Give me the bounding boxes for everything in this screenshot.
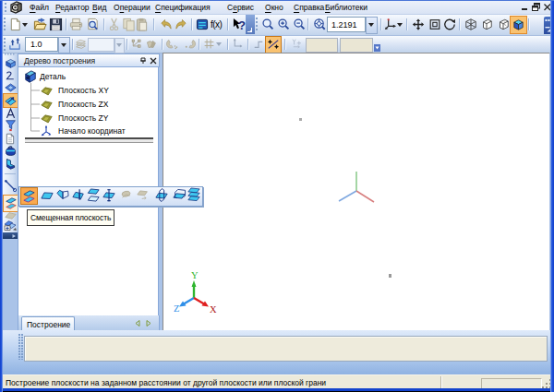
svg-text:Y: Y	[191, 270, 199, 280]
svg-text:?: ?	[238, 18, 246, 32]
svg-text:X: X	[210, 304, 217, 315]
svg-text:Z: Z	[174, 303, 179, 314]
